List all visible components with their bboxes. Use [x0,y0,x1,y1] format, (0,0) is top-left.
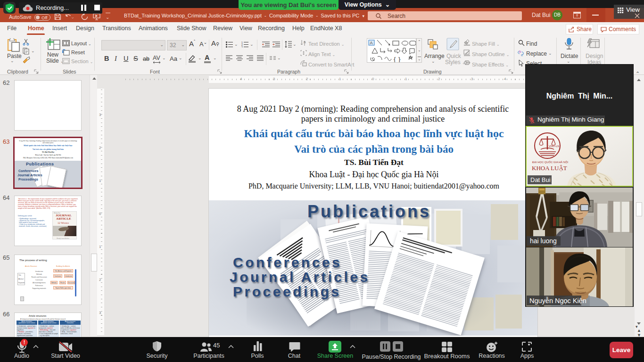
svg-text:Dat Bui: Dat Bui [530,176,551,183]
svg-text:}: } [398,56,401,62]
svg-text:Nguyễn Ngọc Kiện: Nguyễn Ngọc Kiện [529,297,586,304]
svg-text:KHOA LUẬT: KHOA LUẬT [532,165,567,172]
svg-text:hai luong: hai luong [530,237,557,245]
svg-text:A: A [304,41,306,44]
svg-text:{: { [394,56,396,62]
svg-text:VNU-LS: VNU-LS [549,145,559,148]
svg-text:A: A [370,41,373,45]
svg-text:3: 3 [241,46,243,48]
svg-text:ĐẠI HỌC QUỐC GIA HÀ NỘI: ĐẠI HỌC QUỐC GIA HÀ NỘI [532,161,568,164]
